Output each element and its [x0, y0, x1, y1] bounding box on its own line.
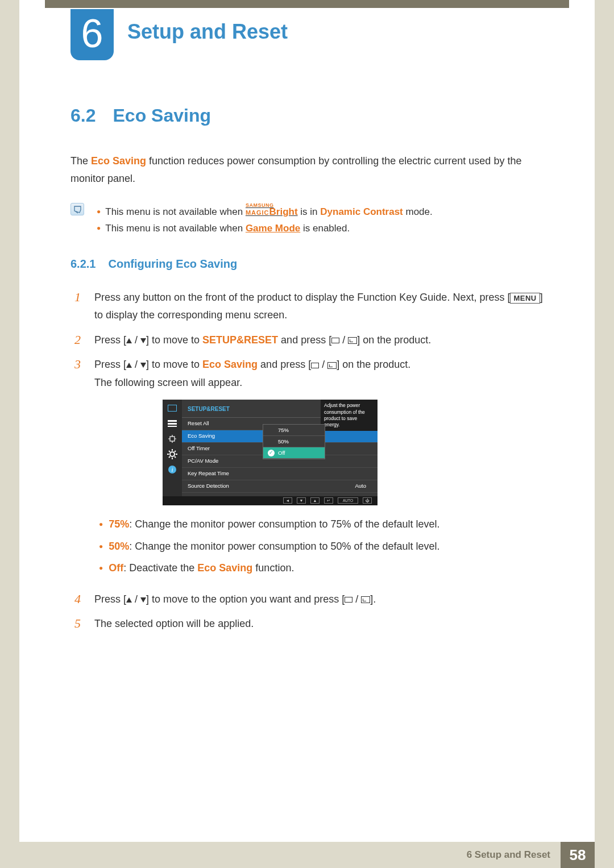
step-3: 3 Press [ / ] to move to Eco Saving and …: [70, 356, 544, 583]
opt-75: ●75%: Change the monitor power consumpti…: [99, 516, 544, 533]
step-body: Press any button on the front of the pro…: [94, 289, 544, 325]
option-label: 75%: [278, 426, 289, 435]
optoff-label: Off: [109, 562, 123, 574]
svg-point-4: [170, 452, 175, 456]
s3-b: ] to move to: [146, 359, 202, 370]
nav-enter-icon: ↵: [324, 497, 333, 504]
svg-line-11: [169, 456, 170, 458]
s3-a: Press [: [94, 359, 126, 370]
section-number: 6.2: [70, 105, 96, 126]
osd-tooltip: Adjust the power consumption of the prod…: [321, 400, 377, 430]
osd-dropdown: 75% 50% ✓Off: [263, 424, 325, 459]
osd-row-sourcedet: Source DetectionAuto: [182, 480, 377, 493]
step-number: 3: [70, 356, 81, 583]
source-icon: [311, 363, 319, 368]
source-icon: [345, 597, 352, 603]
triangle-up-icon: [126, 363, 132, 368]
svg-rect-3: [170, 437, 175, 441]
osd-label: PC/AV Mode: [188, 456, 244, 466]
triangle-down-icon: [140, 597, 146, 603]
note2-suffix: is enabled.: [300, 223, 350, 234]
step-number: 1: [70, 289, 81, 325]
osd-nav-bar: ◄ ▼ ▲ ↵ AUTO ⏻: [163, 496, 377, 505]
triangle-up-icon: [126, 338, 132, 343]
osd-label: Off Timer: [188, 444, 244, 454]
intro-keyword: Eco Saving: [91, 155, 146, 167]
menu-button-label: MENU: [510, 293, 540, 304]
resize-icon: [166, 434, 179, 444]
triangle-down-icon: [140, 363, 146, 368]
note2-mode: Game Mode: [246, 223, 300, 234]
brand-top: SAMSUNG: [246, 203, 298, 208]
opt50-desc: : Change the monitor power consumption t…: [129, 541, 439, 552]
enter-icon: [361, 596, 370, 603]
monitor-icon: [166, 403, 179, 413]
page-footer: 6 Setup and Reset 58: [19, 842, 595, 868]
s3-tail: The following screen will appear.: [94, 374, 544, 392]
enter-icon: [327, 362, 337, 369]
osd-label: Key Repeat Time: [188, 469, 244, 479]
nav-power-icon: ⏻: [363, 497, 372, 504]
note-icon: [70, 203, 84, 215]
nav-auto-button: AUTO: [338, 497, 358, 504]
footer-page-number: 58: [561, 842, 595, 868]
step-5: 5 The selected option will be applied.: [70, 615, 544, 633]
s2-d: ] on the product.: [357, 334, 431, 346]
intro-prefix: The: [70, 155, 91, 167]
option-explanations: ●75%: Change the monitor power consumpti…: [99, 516, 544, 577]
s2-c: and press [: [278, 334, 331, 346]
subsection-number: 6.2.1: [70, 258, 96, 271]
step-body: Press [ / ] to move to Eco Saving and pr…: [94, 356, 544, 583]
svg-line-9: [169, 451, 170, 452]
note-list: ●This menu is not available when SAMSUNG…: [94, 202, 433, 237]
triangle-up-icon: [126, 597, 132, 603]
s2-b: ] to move to: [146, 334, 202, 346]
note-block: ●This menu is not available when SAMSUNG…: [70, 202, 544, 237]
bullet-icon: ●: [99, 520, 103, 528]
page-background: 6 Setup and Reset 6.2 Eco Saving The Eco…: [19, 0, 595, 868]
nav-down-icon: ▼: [297, 497, 306, 504]
osd-value: Auto: [355, 481, 366, 491]
source-icon: [331, 338, 339, 343]
content-area: 6.2 Eco Saving The Eco Saving function r…: [70, 105, 544, 640]
bullet-icon: ●: [99, 564, 103, 572]
nav-up-icon: ▲: [310, 497, 320, 504]
osd-main: Adjust the power consumption of the prod…: [182, 400, 377, 493]
footer-chapter-label: 6 Setup and Reset: [467, 849, 550, 861]
intro-paragraph: The Eco Saving function reduces power co…: [70, 152, 544, 187]
check-icon: ✓: [268, 450, 275, 456]
svg-rect-2: [168, 426, 177, 427]
bullet-icon: ●: [97, 224, 101, 232]
step-body: The selected option will be applied.: [94, 615, 544, 633]
enter-icon: [348, 337, 357, 344]
note1-prefix: This menu is not available when: [105, 206, 246, 217]
step-number: 5: [70, 615, 81, 633]
gear-icon: [166, 449, 179, 459]
osd-row-keyrepeat: Key Repeat Time: [182, 468, 377, 480]
s3-d: ] on the product.: [337, 359, 410, 370]
osd-panel: i Adjust the power consumption of the pr…: [163, 400, 377, 496]
info-icon: i: [166, 464, 179, 475]
s3-target: Eco Saving: [202, 359, 258, 370]
step-body: Press [ / ] to move to SETUP&RESET and p…: [94, 331, 544, 350]
svg-text:i: i: [171, 466, 173, 473]
note1-suffix: mode.: [403, 206, 433, 217]
svg-line-12: [175, 451, 176, 452]
svg-rect-0: [168, 420, 177, 422]
svg-rect-1: [168, 423, 177, 425]
s4-c: ].: [370, 593, 376, 605]
step-2: 2 Press [ / ] to move to SETUP&RESET and…: [70, 331, 544, 350]
note-item-1: ●This menu is not available when SAMSUNG…: [94, 202, 433, 221]
s4-b: ] to move to the option you want and pre…: [146, 593, 345, 605]
osd-label: Reset All: [188, 419, 244, 429]
optoff-suffix: function.: [252, 562, 294, 574]
brand-magic: MAGIC: [246, 209, 269, 216]
svg-line-10: [175, 456, 176, 458]
s1-part1: Press any button on the front of the pro…: [94, 292, 510, 303]
subsection-title: Configuring Eco Saving: [108, 258, 237, 271]
osd-figure: i Adjust the power consumption of the pr…: [163, 400, 377, 505]
osd-option-50: 50%: [263, 436, 325, 447]
optoff-fn: Eco Saving: [197, 562, 252, 574]
step-1: 1 Press any button on the front of the p…: [70, 289, 544, 325]
note-item-2: ●This menu is not available when Game Mo…: [94, 221, 433, 237]
